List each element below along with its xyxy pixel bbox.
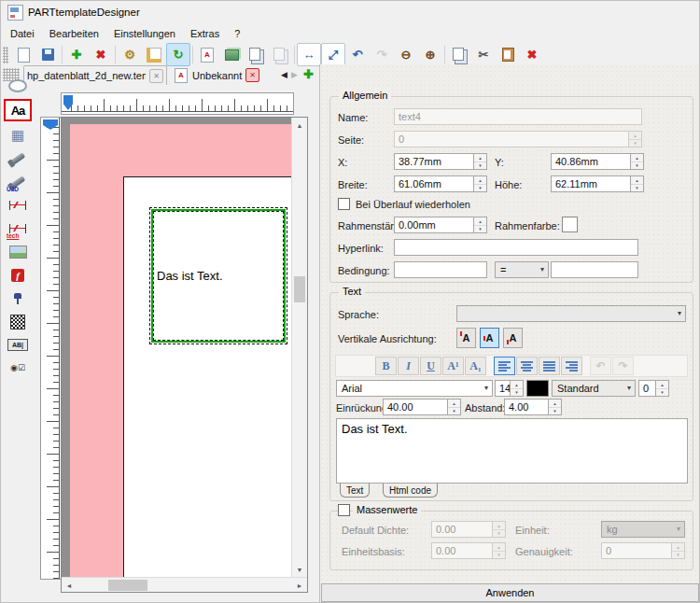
valign-top-button[interactable]: A xyxy=(456,328,476,348)
export-image-button[interactable] xyxy=(219,43,244,66)
breite-spinner[interactable]: ▴▾ xyxy=(473,176,486,191)
einrueckung-field[interactable]: 40.00▴▾ xyxy=(383,399,461,415)
image-tool[interactable] xyxy=(5,242,31,261)
anwenden-button[interactable]: Anwenden xyxy=(321,583,699,602)
spin-down-icon[interactable]: ▾ xyxy=(474,226,486,233)
font-extra-spinner[interactable]: ▴▾ xyxy=(655,381,668,396)
spin-up-icon[interactable]: ▴ xyxy=(631,176,643,185)
fit-width-button[interactable]: ↔ xyxy=(297,43,321,66)
zoom-in-button[interactable]: ⊕ xyxy=(418,43,442,66)
undo-text-button[interactable]: ↶ xyxy=(590,357,611,375)
tab-html-mode[interactable]: Html code xyxy=(383,484,438,498)
add-page-button[interactable]: ✚ xyxy=(64,43,89,66)
horizontal-scroll-thumb[interactable] xyxy=(108,580,147,591)
text-tool[interactable]: Aa xyxy=(4,99,32,121)
bedingung-field-right[interactable] xyxy=(551,261,638,278)
cut-button[interactable]: ✂ xyxy=(471,43,496,66)
menu-einstellungen[interactable]: Einstellungen xyxy=(106,25,183,42)
tab-scroll-right-icon[interactable]: ▶ xyxy=(291,70,298,79)
spin-down-icon[interactable]: ▾ xyxy=(474,162,486,170)
part-3d-tool[interactable] xyxy=(5,148,31,168)
dimension-tool[interactable] xyxy=(5,195,31,215)
font-size-field[interactable]: 14.0▴▾ xyxy=(495,380,524,397)
qrcode-tool[interactable] xyxy=(5,312,31,331)
new-file-button[interactable] xyxy=(11,43,35,66)
font-style-dropdown[interactable]: Standard▾ xyxy=(552,380,636,397)
delete-button[interactable]: ✖ xyxy=(520,43,544,66)
scroll-left-icon[interactable]: ◄ xyxy=(62,578,77,593)
spin-down-icon[interactable]: ▾ xyxy=(474,185,486,192)
hyperlink-field[interactable] xyxy=(394,239,638,256)
hoehe-spinner[interactable]: ▴▾ xyxy=(630,176,643,191)
font-extra-field[interactable]: 0▴▾ xyxy=(638,380,669,397)
copy-button[interactable] xyxy=(447,43,471,66)
spin-down-icon[interactable]: ▾ xyxy=(631,185,643,192)
menu-extras[interactable]: Extras xyxy=(183,25,227,42)
rahmenstaerke-spinner[interactable]: ▴▾ xyxy=(473,217,486,232)
superscript-button[interactable]: A¹ xyxy=(442,357,464,375)
spin-down-icon[interactable]: ▾ xyxy=(631,162,643,170)
align-justify-button[interactable] xyxy=(539,357,560,375)
delete-page-button[interactable]: ✖ xyxy=(89,43,113,66)
vertical-scrollbar[interactable]: ▲ ▼ xyxy=(291,118,307,577)
spin-up-icon[interactable]: ▴ xyxy=(656,381,668,389)
close-pdf-tab-icon[interactable]: ✕ xyxy=(245,68,259,82)
tab-document[interactable]: hp_datenblatt_2d_new.template ✕ xyxy=(23,65,167,85)
template-settings-button[interactable]: ⚙ xyxy=(118,43,142,66)
abstand-spinner[interactable]: ▴▾ xyxy=(548,400,561,414)
y-spinner[interactable]: ▴▾ xyxy=(630,154,643,169)
textfield-tool[interactable]: AB| xyxy=(5,335,31,355)
selected-text-element[interactable]: Das ist Text. xyxy=(151,209,286,343)
valign-bottom-button[interactable]: A xyxy=(503,328,523,348)
toolbar-grip[interactable] xyxy=(3,47,8,63)
menu-bearbeiten[interactable]: Bearbeiten xyxy=(42,25,106,42)
redo-button[interactable]: ↷ xyxy=(370,43,394,66)
spin-down-icon[interactable]: ▾ xyxy=(448,408,460,415)
spin-down-icon[interactable]: ▾ xyxy=(549,408,561,415)
part-u3d-tool[interactable]: U3D xyxy=(5,172,31,191)
spin-up-icon[interactable]: ▴ xyxy=(511,381,523,389)
redo-text-button[interactable]: ↷ xyxy=(612,357,634,375)
vertical-scroll-thumb[interactable] xyxy=(294,276,305,302)
subscript-button[interactable]: A₁ xyxy=(465,357,486,375)
scroll-up-icon[interactable]: ▲ xyxy=(292,118,307,133)
align-right-button[interactable] xyxy=(561,357,582,375)
spin-up-icon[interactable]: ▴ xyxy=(448,400,460,408)
tab-text-mode[interactable]: Text xyxy=(340,484,370,498)
rahmenfarbe-swatch[interactable] xyxy=(562,217,578,232)
horizontal-scrollbar[interactable]: ◄ ► xyxy=(62,577,307,592)
export-pdf-button[interactable]: A xyxy=(195,43,219,66)
spin-up-icon[interactable]: ▴ xyxy=(474,154,486,162)
select-ellipse-tool[interactable] xyxy=(5,76,31,95)
save-button[interactable] xyxy=(35,43,60,66)
pin-tool[interactable] xyxy=(5,288,31,308)
underline-button[interactable]: U xyxy=(420,357,441,375)
canvas-viewport[interactable]: Das ist Text. ▲ ▼ ◄ ► xyxy=(61,117,308,593)
text-content-editor[interactable]: Das ist Text. xyxy=(336,418,688,484)
hoehe-field[interactable]: 62.11mm▴▾ xyxy=(551,175,644,192)
overflow-checkbox[interactable] xyxy=(338,198,350,210)
rahmenstaerke-field[interactable]: 0.00mm▴▾ xyxy=(394,217,487,233)
spin-down-icon[interactable]: ▾ xyxy=(656,389,668,397)
einrueckung-spinner[interactable]: ▴▾ xyxy=(447,400,460,414)
paste-page-button[interactable] xyxy=(268,43,292,66)
add-tab-icon[interactable]: ✚ xyxy=(303,67,314,81)
page-setup-button[interactable] xyxy=(142,43,166,66)
bedingung-field-left[interactable] xyxy=(394,261,487,278)
spin-up-icon[interactable]: ▴ xyxy=(549,400,561,408)
scroll-right-icon[interactable]: ► xyxy=(292,578,307,593)
bedingung-operator-dropdown[interactable]: =▾ xyxy=(495,261,549,278)
breite-field[interactable]: 61.06mm▴▾ xyxy=(394,175,487,192)
font-family-combo[interactable]: Arial▾ xyxy=(336,380,493,397)
y-field[interactable]: 40.86mm▴▾ xyxy=(551,153,644,170)
refresh-button[interactable]: ↻ xyxy=(166,43,190,66)
zoom-out-button[interactable]: ⊖ xyxy=(394,43,418,66)
bold-button[interactable]: B xyxy=(375,357,397,375)
table-tool[interactable]: ▦ xyxy=(5,125,31,145)
scroll-down-icon[interactable]: ▼ xyxy=(292,562,307,577)
font-color-swatch[interactable] xyxy=(526,380,549,397)
align-left-button[interactable] xyxy=(494,357,515,375)
dimension-tech-tool[interactable]: tech xyxy=(5,218,31,238)
flash-tool[interactable]: f xyxy=(5,265,31,285)
x-field[interactable]: 38.77mm▴▾ xyxy=(394,153,487,170)
